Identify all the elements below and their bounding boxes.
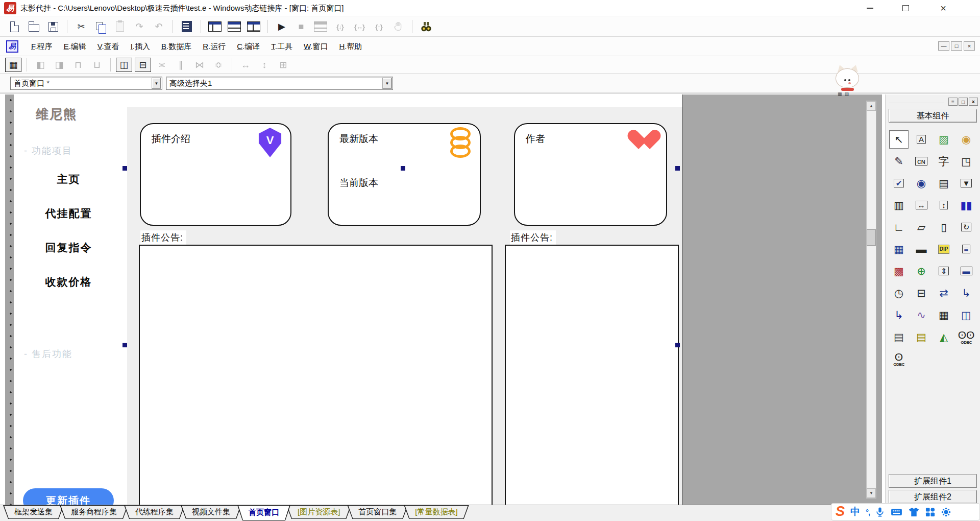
menu-t[interactable]: T.工具 [265, 37, 298, 56]
menu-w[interactable]: W.窗口 [298, 37, 334, 56]
scroll-up-icon[interactable]: ▲ [867, 101, 876, 111]
center-in-window-icon[interactable]: ≎ [210, 58, 227, 72]
minimize-button[interactable] [859, 0, 881, 16]
list-box-icon[interactable]: ▤ [934, 174, 953, 193]
selection-handle[interactable] [675, 343, 680, 347]
align-right-icon[interactable]: ◨ [51, 58, 67, 72]
pause-hand-icon[interactable] [390, 19, 406, 34]
card-author[interactable]: 作者 [514, 123, 667, 226]
step-out-icon[interactable]: {↑} [371, 19, 387, 34]
tab-5[interactable]: 首页窗口 [237, 505, 290, 520]
tab-4[interactable]: 视频文件集 [181, 505, 241, 519]
chart-box-icon[interactable]: ◭ [934, 328, 953, 346]
align-left-icon[interactable]: ◧ [32, 58, 48, 72]
notice-label[interactable]: 插件公告: [140, 230, 186, 245]
same-height-icon[interactable]: ↕ [256, 58, 273, 72]
window-selector-combobox[interactable]: 首页窗口 * [10, 77, 162, 90]
notice-label[interactable]: 插件公告: [510, 230, 556, 245]
odbc-query-icon[interactable]: ʘODBC [889, 350, 909, 368]
step-over-icon[interactable]: {↔} [351, 19, 368, 34]
printer-icon[interactable]: ⊟ [912, 284, 931, 302]
center-vertical-icon[interactable]: ⊟ [135, 58, 151, 72]
nav-item-3[interactable]: 回复指令 [14, 241, 124, 255]
selection-handle[interactable] [122, 343, 127, 347]
basic-components-button[interactable]: 基本组件 [889, 109, 977, 123]
menu-v[interactable]: V.查看 [92, 37, 125, 56]
tab-2[interactable]: 服务商程序集 [60, 505, 128, 519]
animation-box-icon[interactable]: ▯ [934, 218, 953, 236]
rich-edit-icon[interactable]: ✎ [889, 152, 909, 171]
settings-gear-icon[interactable] [941, 507, 951, 517]
new-file-icon[interactable] [6, 19, 22, 34]
paste-icon[interactable] [112, 19, 128, 34]
notice-editbox[interactable] [505, 245, 679, 505]
form-design-canvas[interactable]: 维尼熊 - 功能项目 主页代挂配置回复指令收款价格 - 售后功能 更新插件 插件… [14, 94, 683, 505]
align-top-icon[interactable]: ⊓ [70, 58, 86, 72]
close-button[interactable]: × [932, 0, 954, 16]
extended-components2-button[interactable]: 扩展组件2 [889, 490, 977, 504]
selection-handle[interactable] [122, 166, 127, 171]
microphone-icon[interactable] [875, 507, 885, 517]
open-file-icon[interactable] [26, 19, 42, 34]
menu-i[interactable]: I.插入 [125, 37, 156, 56]
db-list-icon[interactable]: ▤ [912, 328, 931, 346]
palette-close-button[interactable]: × [969, 98, 978, 106]
nav-item-4[interactable]: 收款价格 [14, 275, 124, 289]
nav-item-2[interactable]: 代挂配置 [14, 206, 124, 221]
card-plugin-intro[interactable]: 插件介绍 V [140, 123, 291, 226]
chevron-down-icon[interactable] [382, 78, 392, 89]
selection-handle[interactable] [675, 166, 680, 171]
clock-timer-icon[interactable]: ◷ [889, 284, 909, 302]
file-list-icon[interactable]: ▤ [889, 328, 909, 346]
tab-7[interactable]: 首页窗口集 [347, 505, 408, 519]
serial-port-icon[interactable]: ∿ [912, 306, 931, 324]
same-size-icon[interactable]: ⊞ [275, 58, 291, 72]
mdi-close-button[interactable]: × [964, 41, 975, 51]
progress-bar-icon[interactable]: ▮▮ [957, 196, 976, 215]
menu-r[interactable]: R.运行 [197, 37, 231, 56]
center-horizontal-icon[interactable]: ◫ [116, 58, 132, 72]
radio-button-icon[interactable]: ◉ [912, 174, 931, 193]
cat-mascot[interactable]: ▦▤ [834, 65, 862, 95]
same-width-icon[interactable]: ↔ [237, 58, 254, 72]
scrollbar-thumb[interactable] [867, 229, 876, 246]
window-split-left-icon[interactable] [207, 19, 223, 34]
odbc-database-icon[interactable]: ʘʘODBC [957, 328, 976, 346]
vertical-scrollbar[interactable]: ▲ ▼ [866, 101, 876, 499]
card-version[interactable]: 最新版本 当前版本 [328, 123, 481, 226]
punctuation-icon[interactable]: °, [866, 508, 870, 516]
chevron-down-icon[interactable] [152, 78, 161, 89]
label-icon[interactable]: A [912, 130, 931, 149]
picture-box-icon[interactable]: ▨ [934, 130, 953, 149]
frame-border-icon[interactable]: ◳ [957, 152, 976, 171]
month-calendar-icon[interactable]: ▦ [889, 240, 909, 258]
page-scroller-icon[interactable]: ⇕ [934, 262, 953, 280]
sogou-logo-icon[interactable]: S [836, 504, 845, 519]
form-grid-icon[interactable]: ▦ [5, 58, 21, 72]
selection-handle[interactable] [401, 166, 405, 171]
keyboard-icon[interactable] [891, 508, 902, 516]
save-icon[interactable] [45, 19, 61, 34]
document-view-icon[interactable]: ≡ [957, 240, 976, 258]
window-refresh-icon[interactable]: ↻ [957, 218, 976, 236]
split-panel-icon[interactable]: ◫ [957, 306, 976, 324]
menu-f[interactable]: F.程序 [26, 37, 58, 56]
menu-b[interactable]: B.数据库 [156, 37, 197, 56]
group-label-features[interactable]: - 功能项目 [24, 145, 72, 157]
menu-c[interactable]: C.编译 [231, 37, 265, 56]
maximize-button[interactable] [894, 0, 917, 16]
combo-box-icon[interactable]: ▼ [957, 174, 976, 193]
program-view-icon[interactable] [179, 19, 195, 34]
window-split-grid-icon[interactable] [246, 19, 262, 34]
nav-item-1[interactable]: 主页 [14, 172, 124, 186]
chinese-mode-icon[interactable]: 中 [850, 505, 860, 518]
tab-6[interactable]: [图片资源表] [286, 505, 351, 519]
notice-editbox[interactable] [139, 245, 493, 505]
toolbox-grid-icon[interactable] [925, 507, 935, 517]
palette-maximize-button[interactable]: □ [959, 98, 968, 106]
server-socket-icon[interactable]: ↳ [889, 306, 909, 324]
mdi-restore-button[interactable]: □ [951, 41, 962, 51]
space-equal-v-icon[interactable]: ∥ [173, 58, 189, 72]
text-label-icon[interactable]: 字 [934, 152, 953, 171]
update-plugin-button[interactable]: 更新插件 [23, 488, 114, 505]
